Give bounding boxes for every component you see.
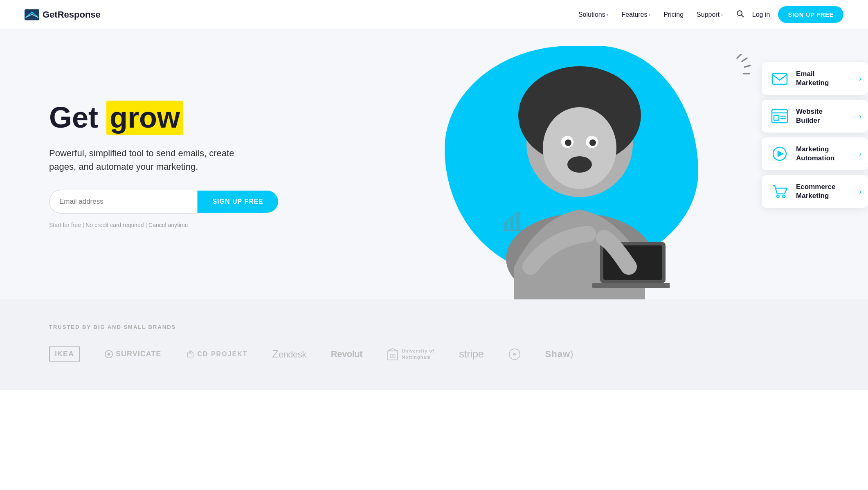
email-marketing-icon: [770, 69, 789, 88]
feature-card-email-label: EmailMarketing: [796, 70, 829, 88]
hero-left: Get grow Powerful, simplified tool to se…: [0, 29, 477, 299]
hero-title-highlight: grow: [106, 101, 183, 135]
svg-point-35: [783, 195, 785, 198]
svg-point-17: [589, 139, 596, 146]
chevron-icon: ›: [649, 12, 651, 17]
svg-point-33: [778, 152, 781, 155]
feature-cards: EmailMarketing › WebsiteBuilder ›: [762, 62, 868, 208]
nav-link-support[interactable]: Support ›: [697, 11, 723, 18]
brand-stripe: stripe: [459, 348, 484, 360]
nav-link-pricing[interactable]: Pricing: [663, 11, 684, 18]
email-input[interactable]: [49, 190, 198, 214]
svg-rect-23: [516, 212, 520, 230]
signup-nav-button[interactable]: SIGN UP FREE: [778, 6, 843, 23]
svg-point-16: [565, 139, 571, 146]
svg-rect-20: [592, 283, 670, 288]
chevron-right-icon: ›: [859, 187, 861, 196]
hero-form: SIGN UP FREE: [49, 190, 278, 214]
survicate-icon: [104, 350, 113, 359]
brand-revolut: Revolut: [331, 349, 362, 360]
hero-title: Get grow: [49, 101, 453, 135]
svg-line-3: [737, 54, 741, 58]
brand-nottingham: University of Nottingham: [387, 348, 434, 361]
brand-ikea: IKEA: [49, 346, 80, 362]
hero-disclaimer: Start for free | No credit card required…: [49, 222, 453, 228]
brand-zendesk: Zendesk: [272, 348, 306, 360]
website-builder-icon: [770, 106, 789, 126]
nottingham-icon: [387, 348, 398, 361]
svg-rect-28: [774, 115, 779, 120]
hero-section: Get grow Powerful, simplified tool to se…: [0, 29, 868, 299]
trusted-label: TRUSTED BY BIG AND SMALL BRANDS: [49, 324, 819, 330]
feature-card-ecommerce-label: EcommerceMarketing: [796, 182, 835, 200]
nav-actions: Log in SIGN UP FREE: [736, 6, 843, 23]
navbar: GetResponse Solutions › Features › Prici…: [0, 0, 868, 29]
svg-point-13: [567, 156, 592, 173]
feature-card-marketing-automation[interactable]: MarketingAutomation ›: [762, 137, 868, 170]
svg-rect-21: [504, 222, 508, 230]
signup-hero-button[interactable]: SIGN UP FREE: [198, 191, 278, 213]
svg-rect-22: [510, 217, 514, 230]
feature-card-website-builder[interactable]: WebsiteBuilder ›: [762, 100, 868, 133]
feature-card-website-label: WebsiteBuilder: [796, 107, 823, 125]
carrefour-icon: [508, 348, 521, 360]
svg-rect-37: [388, 351, 398, 360]
hero-subtitle: Powerful, simplified tool to send emails…: [49, 146, 254, 173]
svg-rect-25: [772, 74, 787, 84]
nav-links: Solutions › Features › Pricing Support ›: [578, 11, 723, 18]
logo-text: GetResponse: [43, 9, 101, 20]
svg-point-12: [543, 107, 616, 189]
chevron-icon: ›: [721, 12, 723, 17]
feature-card-email-marketing[interactable]: EmailMarketing ›: [762, 62, 868, 95]
nav-item-support[interactable]: Support ›: [697, 11, 723, 18]
trusted-section: TRUSTED BY BIG AND SMALL BRANDS IKEA SUR…: [0, 299, 868, 390]
chevron-right-icon: ›: [859, 150, 861, 158]
chevron-right-icon: ›: [859, 74, 861, 83]
search-button[interactable]: [736, 9, 744, 20]
brand-survicate: SURVICATE: [104, 350, 161, 359]
nav-link-features[interactable]: Features ›: [621, 11, 650, 18]
nav-link-solutions[interactable]: Solutions ›: [578, 11, 609, 18]
login-link[interactable]: Log in: [752, 11, 770, 18]
chevron-icon: ›: [607, 12, 609, 17]
brand-carrefour: [508, 348, 521, 360]
feature-card-automation-label: MarketingAutomation: [796, 145, 834, 163]
feature-card-ecommerce-marketing[interactable]: EcommerceMarketing ›: [762, 175, 868, 208]
svg-point-34: [777, 195, 779, 198]
chart-decoration: [502, 208, 526, 234]
hero-title-part1: Get: [49, 101, 98, 134]
svg-line-2: [742, 15, 744, 17]
logo[interactable]: GetResponse: [25, 9, 101, 20]
marketing-automation-icon: [770, 144, 789, 164]
ecommerce-marketing-icon: [770, 182, 789, 201]
brand-shaw: Shaw): [545, 349, 574, 360]
cdprojekt-icon: [186, 350, 195, 359]
trusted-logos: IKEA SURVICATE CD PROJEKT Zendesk Revolu…: [49, 346, 819, 362]
hero-right: EmailMarketing › WebsiteBuilder ›: [477, 29, 868, 299]
nav-item-solutions[interactable]: Solutions ›: [578, 11, 609, 18]
svg-rect-39: [393, 354, 395, 357]
logo-icon: [25, 9, 39, 20]
brand-cdprojekt: CD PROJEKT: [186, 350, 247, 359]
nav-item-pricing[interactable]: Pricing: [663, 11, 684, 18]
svg-line-5: [744, 65, 750, 67]
chevron-right-icon: ›: [859, 112, 861, 121]
search-icon: [736, 9, 744, 18]
nav-item-features[interactable]: Features ›: [621, 11, 650, 18]
svg-line-4: [742, 58, 747, 61]
decorative-bars: [721, 54, 753, 88]
svg-rect-38: [390, 354, 392, 357]
hero-person-image: [461, 46, 698, 299]
